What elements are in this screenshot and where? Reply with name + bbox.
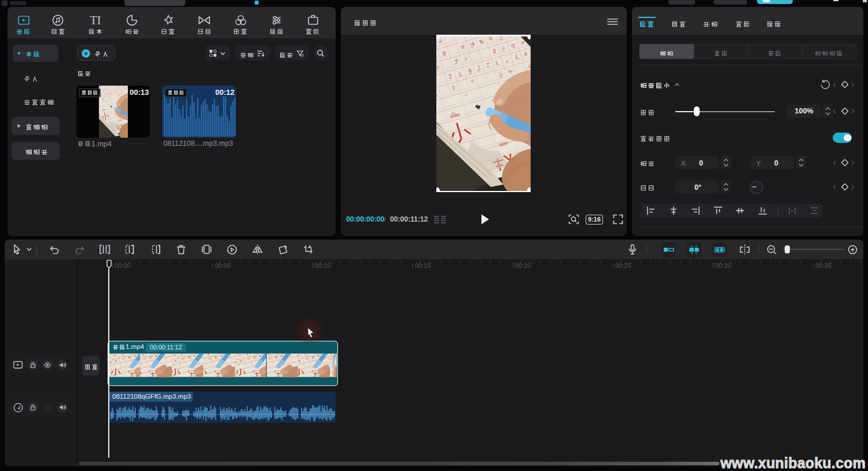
svg-text:TI: TI: [90, 14, 101, 27]
